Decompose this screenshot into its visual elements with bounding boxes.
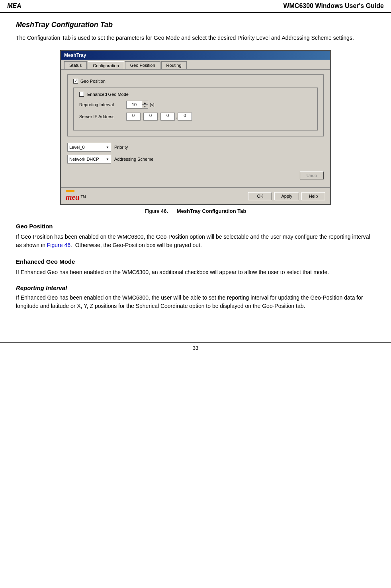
mea-tm: TM (81, 195, 86, 199)
dropdown-arrow-addressing: ▼ (106, 158, 109, 161)
spin-buttons: ▲ ▼ (142, 101, 148, 109)
section-title: MeshTray Configuration Tab (16, 21, 375, 29)
figure-caption: Figure 46. MeshTray Configuration Tab (145, 208, 246, 214)
geo-position-label: Geo Position (80, 79, 106, 84)
priority-row: Level_0 ▼ Priority (67, 143, 324, 152)
reporting-interval-section-title: Reporting Interval (16, 284, 375, 291)
ip-octet-3[interactable]: 0 (160, 113, 175, 121)
main-content: MeshTray Configuration Tab The Configura… (0, 13, 391, 326)
server-ip-row: Server IP Address 0 , 0 , 0 , 0 (79, 113, 312, 121)
spin-down[interactable]: ▼ (142, 105, 148, 108)
window-titlebar: MeshTray (61, 51, 330, 60)
geo-position-section-title: Geo Position (16, 223, 375, 230)
window-tabs: Status Configuration Geo Position Routin… (61, 60, 330, 70)
inner-group: Enhanced Geo Mode Reporting Interval 10 … (73, 88, 318, 130)
reporting-interval-section-text: If Enhanced Geo has been enabled on the … (16, 294, 375, 310)
addressing-scheme-dropdown[interactable]: Network DHCP ▼ (67, 155, 111, 164)
enhanced-geo-mode-row: Enhanced Geo Mode (79, 92, 312, 97)
undo-button[interactable]: Undo (300, 171, 324, 179)
header-right: WMC6300 Windows User's Guide (283, 2, 384, 10)
ip-octet-4[interactable]: 0 (178, 113, 192, 121)
reporting-interval-spinbox[interactable]: 10 (126, 101, 142, 109)
window-body: Geo Position Enhanced Geo Mode Reporting… (61, 70, 330, 187)
reporting-interval-label: Reporting Interval (79, 102, 123, 107)
geo-position-checkbox-row: Geo Position (73, 79, 318, 84)
ip-dot-1: , (141, 114, 143, 119)
spin-up[interactable]: ▲ (142, 101, 148, 105)
page-header: MEA WMC6300 Windows User's Guide (0, 0, 391, 13)
ip-dot-3: , (176, 114, 177, 119)
window-footer: mea TM OK Apply Help (61, 187, 330, 204)
server-ip-label: Server IP Address (79, 114, 123, 119)
header-left: MEA (7, 2, 22, 10)
enhanced-geo-mode-checkbox[interactable] (79, 92, 84, 97)
undo-row: Undo (67, 171, 324, 179)
mea-logo-text: mea (66, 193, 79, 201)
enhanced-geo-mode-label: Enhanced Geo Mode (87, 92, 129, 97)
figure-label: Figure (145, 208, 161, 214)
figure-number: 46. (161, 208, 168, 214)
geo-position-section-text: If Geo-Position has been enabled on the … (16, 233, 375, 249)
figure-46-link[interactable]: Figure 46 (47, 242, 70, 248)
tab-status[interactable]: Status (64, 61, 87, 69)
ok-button[interactable]: OK (248, 192, 272, 200)
figure-title: MeshTray Configuration Tab (177, 208, 246, 214)
figure-caption-text (170, 208, 175, 214)
enhanced-geo-mode-section-text: If Enhanced Geo has been enabled on the … (16, 268, 375, 276)
intro-text: The Configuration Tab is used to set the… (16, 34, 375, 42)
mea-bar (66, 190, 74, 192)
page-number: 33 (193, 345, 198, 351)
config-rows: Level_0 ▼ Priority Network DHCP ▼ Addres… (67, 143, 324, 164)
priority-dropdown[interactable]: Level_0 ▼ (67, 143, 111, 152)
priority-label: Priority (114, 145, 128, 150)
tab-geo-position[interactable]: Geo Position (125, 61, 160, 69)
figure-container: MeshTray Status Configuration Geo Positi… (16, 50, 375, 214)
geo-position-group: Geo Position Enhanced Geo Mode Reporting… (67, 74, 324, 136)
meshtray-window: MeshTray Status Configuration Geo Positi… (60, 50, 331, 205)
ip-input-group: 0 , 0 , 0 , 0 (126, 113, 192, 121)
help-button[interactable]: Help (301, 192, 325, 200)
dropdown-arrow-priority: ▼ (106, 146, 109, 149)
geo-position-checkbox[interactable] (73, 79, 78, 84)
addressing-scheme-row: Network DHCP ▼ Addressing Scheme (67, 155, 324, 164)
tab-configuration[interactable]: Configuration (88, 61, 124, 69)
footer-buttons: OK Apply Help (248, 192, 325, 200)
ip-octet-2[interactable]: 0 (143, 113, 158, 121)
apply-button[interactable]: Apply (274, 192, 299, 200)
enhanced-geo-mode-section-title: Enhanced Geo Mode (16, 258, 375, 265)
addressing-scheme-label: Addressing Scheme (114, 157, 153, 162)
mea-logo: mea TM (66, 190, 86, 202)
reporting-interval-row: Reporting Interval 10 ▲ ▼ [s] (79, 101, 312, 109)
ip-dot-2: , (158, 114, 160, 119)
spin-unit: [s] (150, 102, 154, 107)
ip-octet-1[interactable]: 0 (126, 113, 141, 121)
window-title: MeshTray (64, 53, 86, 58)
tab-routing[interactable]: Routing (161, 61, 187, 69)
page-footer: 33 (0, 342, 391, 353)
